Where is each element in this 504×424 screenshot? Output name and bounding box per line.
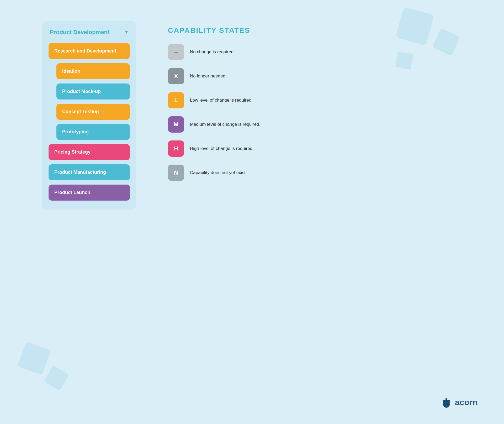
cap-text-high: High level of change is required. bbox=[190, 146, 254, 151]
left-panel: Product Development ▼ Research and Devel… bbox=[42, 21, 136, 210]
panel-header: Product Development ▼ bbox=[49, 29, 130, 36]
item-product-mockup[interactable]: Product Mock-up bbox=[56, 83, 130, 100]
panel-title: Product Development bbox=[50, 29, 109, 36]
capability-list: -- No change is required. X No longer ne… bbox=[168, 44, 478, 181]
svg-rect-2 bbox=[445, 398, 447, 401]
cap-text-low: Low level of change is required. bbox=[190, 98, 253, 103]
main-container: Product Development ▼ Research and Devel… bbox=[42, 21, 478, 210]
capability-states-title: CAPABILITY STATES bbox=[168, 26, 478, 35]
item-prototyping[interactable]: Prototyping bbox=[56, 124, 130, 140]
acorn-logo-icon bbox=[441, 396, 452, 408]
item-product-launch[interactable]: Product Launch bbox=[49, 185, 130, 201]
cap-text-no-longer-needed: No longer needed. bbox=[190, 74, 227, 79]
capability-item-high: H High level of change is required. bbox=[168, 140, 478, 157]
cap-text-no-change: No change is required. bbox=[190, 49, 235, 55]
item-research-development[interactable]: Research and Development bbox=[49, 43, 130, 59]
bg-decoration-5 bbox=[44, 365, 69, 391]
badge-no-change: -- bbox=[168, 44, 184, 60]
capability-item-not-exist: N Capability does not yet exist. bbox=[168, 165, 478, 181]
cap-text-medium: Medium level of change is required. bbox=[190, 122, 260, 127]
items-list: Research and Development Ideation Produc… bbox=[49, 43, 130, 201]
dropdown-arrow-icon[interactable]: ▼ bbox=[124, 30, 129, 35]
acorn-logo: acorn bbox=[441, 396, 478, 408]
capability-item-no-longer-needed: X No longer needed. bbox=[168, 68, 478, 84]
capability-item-no-change: -- No change is required. bbox=[168, 44, 478, 60]
acorn-logo-text: acorn bbox=[455, 397, 478, 407]
badge-no-longer-needed: X bbox=[168, 68, 184, 84]
cap-text-not-exist: Capability does not yet exist. bbox=[190, 170, 247, 175]
item-product-manufacturing[interactable]: Product Manufacturing bbox=[49, 164, 130, 180]
badge-high: H bbox=[168, 140, 184, 157]
badge-not-exist: N bbox=[168, 165, 184, 181]
badge-low: L bbox=[168, 92, 184, 108]
capability-item-medium: M Medium level of change is required. bbox=[168, 116, 478, 133]
item-pricing-strategy[interactable]: Pricing Strategy bbox=[49, 144, 130, 160]
bg-decoration-4 bbox=[17, 342, 51, 375]
badge-medium: M bbox=[168, 116, 184, 133]
right-panel: CAPABILITY STATES -- No change is requir… bbox=[168, 21, 478, 181]
capability-item-low: L Low level of change is required. bbox=[168, 92, 478, 108]
item-ideation[interactable]: Ideation bbox=[56, 63, 130, 79]
item-concept-testing[interactable]: Concept Testing bbox=[56, 104, 130, 120]
